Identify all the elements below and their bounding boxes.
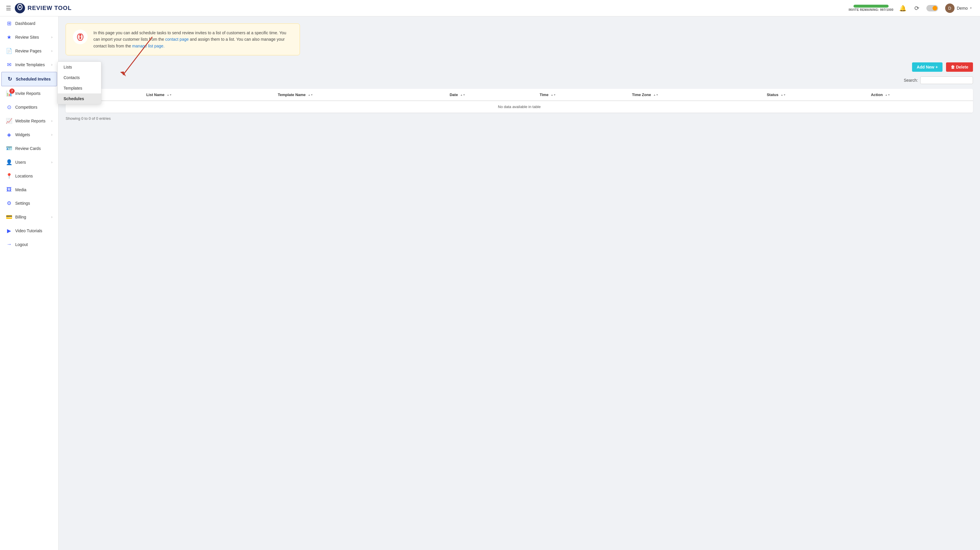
invite-templates-icon: ✉ xyxy=(6,62,12,68)
th-date[interactable]: Date ▲▼ xyxy=(447,89,536,101)
search-input[interactable] xyxy=(920,76,973,84)
logo: Review Tool xyxy=(14,3,72,13)
review-sites-icon: ★ xyxy=(6,34,12,40)
sidebar-item-invite-reports[interactable]: 📊7Invite Reports xyxy=(1,87,57,100)
sidebar-label-invite-templates: Invite Templates xyxy=(15,62,45,67)
th-list-name[interactable]: List Name ▲▼ xyxy=(143,89,275,101)
info-banner: In this page you can add schedule tasks … xyxy=(65,24,300,56)
header: ☰ Review Tool INVITE REMAINING: 997/1000… xyxy=(0,0,980,16)
sidebar-label-dashboard: Dashboard xyxy=(15,21,35,26)
th-time[interactable]: Time ▲▼ xyxy=(537,89,629,101)
hamburger-button[interactable]: ☰ xyxy=(6,5,11,12)
svg-rect-7 xyxy=(80,36,81,39)
submenu-dropdown: ListsContactsTemplatesSchedules xyxy=(57,62,101,104)
invite-reports-badge: 7 xyxy=(10,89,14,94)
delete-button[interactable]: 🗑 Delete xyxy=(946,62,973,72)
search-label: Search: xyxy=(904,78,918,83)
search-row: Search: xyxy=(65,76,973,84)
svg-point-3 xyxy=(19,6,21,8)
user-chevron-icon: ▾ xyxy=(970,6,972,10)
sidebar-item-scheduled-invites[interactable]: ↻Scheduled Invites xyxy=(1,72,57,86)
sidebar-label-review-sites: Review Sites xyxy=(15,35,39,40)
sidebar-label-billing: Billing xyxy=(15,215,26,219)
svg-marker-5 xyxy=(120,72,126,76)
users-icon: 👤 xyxy=(6,159,12,165)
sidebar-item-media[interactable]: 🖼Media xyxy=(1,183,57,196)
manage-list-link[interactable]: manage list page. xyxy=(132,44,165,48)
th-timezone[interactable]: Time Zone ▲▼ xyxy=(629,89,764,101)
invite-progress-bar xyxy=(853,5,889,8)
settings-icon: ⚙ xyxy=(6,200,12,207)
submenu-item-schedules[interactable]: Schedules xyxy=(58,94,101,104)
notifications-button[interactable]: 🔔 xyxy=(898,3,908,13)
theme-toggle[interactable] xyxy=(926,5,938,11)
sidebar-item-invite-templates[interactable]: ✉Invite Templates› xyxy=(1,58,57,72)
toolbar: Add New + 🗑 Delete xyxy=(65,62,973,72)
users-chevron-icon: › xyxy=(51,160,52,164)
th-action[interactable]: Action ▲▼ xyxy=(868,89,973,101)
avatar-initial: D xyxy=(948,6,951,11)
logout-icon: → xyxy=(6,241,12,248)
th-status[interactable]: Status ▲▼ xyxy=(764,89,868,101)
no-data-message: No data available in table xyxy=(65,101,973,113)
layout: ⊞Dashboard★Review Sites›📄Review Pages›✉I… xyxy=(0,16,980,550)
logo-icon xyxy=(14,3,25,13)
submenu-item-templates[interactable]: Templates xyxy=(58,83,101,94)
sidebar-label-settings: Settings xyxy=(15,201,30,206)
sidebar-label-media: Media xyxy=(15,188,26,192)
user-name: Demo xyxy=(957,6,968,11)
sidebar-label-review-cards: Review Cards xyxy=(15,146,41,151)
sidebar-label-review-pages: Review Pages xyxy=(15,49,41,53)
submenu-item-lists[interactable]: Lists xyxy=(58,62,101,72)
contact-page-link[interactable]: contact page xyxy=(165,37,189,41)
sidebar-item-billing[interactable]: 💳Billing› xyxy=(1,210,57,224)
table-header-row: ▲ # ▲▼ List Name ▲▼ Template Name ▲▼ Dat… xyxy=(65,89,973,101)
sidebar-item-review-cards[interactable]: 🪪Review Cards xyxy=(1,142,57,155)
review-sites-chevron-icon: › xyxy=(51,35,52,39)
website-reports-chevron-icon: › xyxy=(51,119,52,123)
sidebar-item-video-tutorials[interactable]: ▶Video Tutorials xyxy=(1,224,57,237)
sidebar-label-competitors: Competitors xyxy=(15,105,37,110)
add-new-button[interactable]: Add New + xyxy=(912,62,942,72)
sidebar-item-review-sites[interactable]: ★Review Sites› xyxy=(1,30,57,44)
sidebar-label-widgets: Widgets xyxy=(15,132,30,137)
review-pages-chevron-icon: › xyxy=(51,49,52,53)
info-banner-text: In this page you can add schedule tasks … xyxy=(94,30,293,49)
review-cards-icon: 🪪 xyxy=(6,145,12,152)
sidebar-item-review-pages[interactable]: 📄Review Pages› xyxy=(1,44,57,58)
sidebar-label-website-reports: Website Reports xyxy=(15,119,45,123)
sidebar-label-locations: Locations xyxy=(15,174,33,178)
billing-icon: 💳 xyxy=(6,214,12,220)
table-pagination-info: Showing 0 to 0 of 0 entries xyxy=(65,116,973,121)
invite-progress-fill xyxy=(853,5,889,8)
submenu-item-contacts[interactable]: Contacts xyxy=(58,72,101,83)
media-icon: 🖼 xyxy=(6,186,12,193)
competitors-icon: ⊙ xyxy=(6,104,12,110)
widgets-icon: ◈ xyxy=(6,132,12,138)
th-template-name[interactable]: Template Name ▲▼ xyxy=(275,89,447,101)
sidebar-item-locations[interactable]: 📍Locations xyxy=(1,169,57,183)
widgets-chevron-icon: › xyxy=(51,133,52,137)
sidebar-label-scheduled-invites: Scheduled Invites xyxy=(16,77,51,81)
sidebar-item-website-reports[interactable]: 📈Website Reports› xyxy=(1,114,57,128)
header-right: INVITE REMAINING: 997/1000 🔔 ⟳ D Demo ▾ xyxy=(849,2,974,14)
user-menu[interactable]: D Demo ▾ xyxy=(943,2,974,14)
data-table: ▲ # ▲▼ List Name ▲▼ Template Name ▲▼ Dat… xyxy=(65,89,973,113)
main-content: In this page you can add schedule tasks … xyxy=(59,16,980,550)
sidebar-item-widgets[interactable]: ◈Widgets› xyxy=(1,128,57,141)
sidebar-item-logout[interactable]: →Logout xyxy=(1,238,57,251)
sidebar-item-settings[interactable]: ⚙Settings xyxy=(1,197,57,210)
sync-button[interactable]: ⟳ xyxy=(912,3,922,13)
sidebar-item-competitors[interactable]: ⊙Competitors xyxy=(1,100,57,114)
invite-templates-chevron-icon: › xyxy=(51,63,52,67)
sidebar-item-users[interactable]: 👤Users› xyxy=(1,156,57,169)
sidebar-item-dashboard[interactable]: ⊞Dashboard xyxy=(1,17,57,30)
svg-point-6 xyxy=(80,34,81,36)
avatar: D xyxy=(945,3,955,13)
video-tutorials-icon: ▶ xyxy=(6,227,12,234)
sidebar-label-invite-reports: Invite Reports xyxy=(15,91,40,96)
invite-label: INVITE REMAINING: 997/1000 xyxy=(849,8,894,11)
dashboard-icon: ⊞ xyxy=(6,20,12,27)
logo-text: Review Tool xyxy=(27,5,72,11)
review-pages-icon: 📄 xyxy=(6,48,12,54)
